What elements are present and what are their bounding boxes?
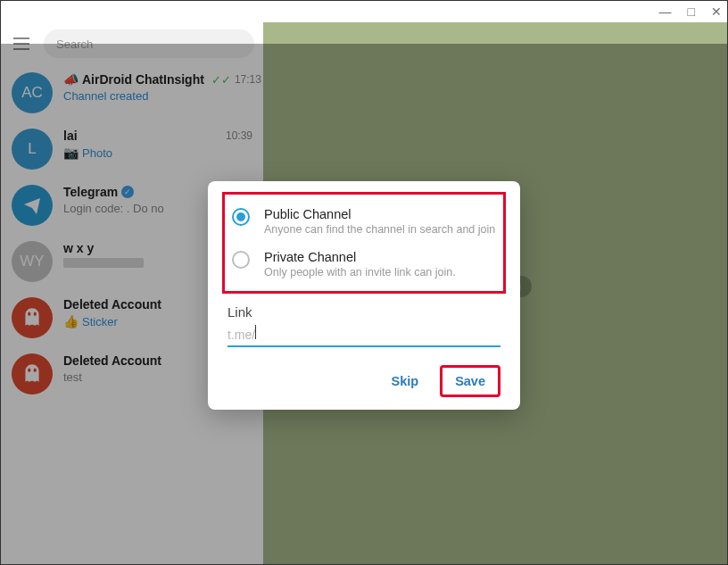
option-title: Public Channel — [264, 207, 495, 221]
option-private-channel[interactable]: Private Channel Only people with an invi… — [228, 243, 500, 286]
option-desc: Only people with an invite link can join… — [264, 266, 456, 278]
radio-unchecked-icon — [232, 251, 250, 269]
minimize-icon[interactable]: — — [659, 5, 672, 18]
skip-button[interactable]: Skip — [379, 368, 432, 395]
app-body: Search AC📣 AirDroid ChatInsight✓✓ 17:13C… — [1, 22, 727, 564]
link-prefix: t.me/ — [228, 328, 255, 342]
save-button[interactable]: Save — [440, 365, 500, 397]
maximize-icon[interactable]: □ — [688, 5, 695, 18]
link-input[interactable] — [256, 328, 500, 342]
option-desc: Anyone can find the channel in search an… — [264, 223, 495, 236]
option-public-channel[interactable]: Public Channel Anyone can find the chann… — [228, 200, 500, 243]
titlebar: — □ ✕ — [1, 1, 727, 22]
close-icon[interactable]: ✕ — [711, 5, 722, 18]
channel-type-options: Public Channel Anyone can find the chann… — [222, 192, 506, 294]
modal-actions: Skip Save — [228, 365, 500, 397]
option-title: Private Channel — [264, 250, 456, 264]
modal-overlay: Public Channel Anyone can find the chann… — [1, 44, 727, 564]
radio-checked-icon — [232, 208, 250, 226]
channel-type-modal: Public Channel Anyone can find the chann… — [208, 181, 520, 410]
app-window: — □ ✕ Search AC📣 AirDroid ChatInsight✓✓ … — [0, 0, 728, 565]
link-label: Link — [228, 304, 500, 320]
link-field[interactable]: t.me/ — [228, 325, 500, 347]
